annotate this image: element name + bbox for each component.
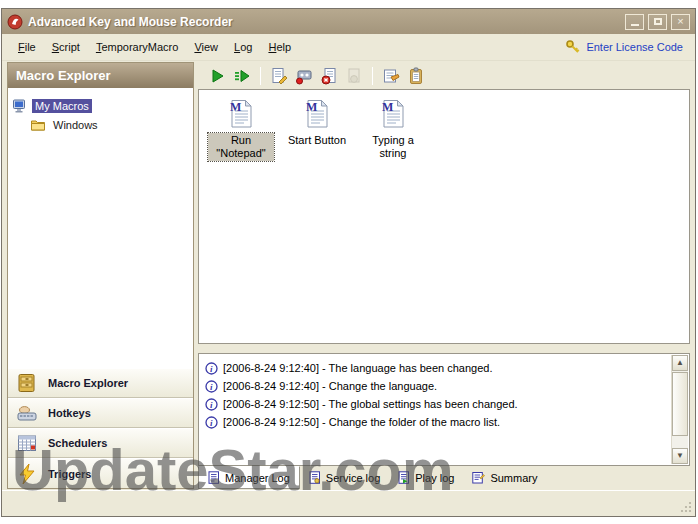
tree-item-my-macros[interactable]: My Macros [12, 96, 189, 115]
maximize-button[interactable] [648, 14, 667, 30]
svg-text:M: M [306, 100, 317, 114]
nav-item-label: Macro Explorer [48, 377, 128, 389]
svg-text:M: M [382, 100, 393, 114]
menu-view[interactable]: View [186, 38, 226, 56]
computer-icon [12, 98, 28, 114]
nav-macro-explorer[interactable]: Macro Explorer [8, 368, 193, 398]
log-entry-text: [2006-8-24 9:12:50] - Change the folder … [223, 416, 500, 428]
minimize-button[interactable] [625, 14, 644, 30]
nav-item-label: Triggers [48, 468, 91, 480]
cabinet-icon [16, 372, 38, 394]
toolbar-separator [372, 67, 373, 85]
log-entry: i [2006-8-24 9:12:50] - The global setti… [205, 395, 665, 413]
tree-item-label: Windows [50, 118, 101, 132]
info-icon: i [205, 416, 218, 429]
macro-item-label: Run "Notepad" [208, 133, 274, 161]
summary-note-icon [472, 471, 485, 484]
scroll-down-icon[interactable]: ▼ [672, 448, 688, 464]
play-icon[interactable] [206, 65, 228, 87]
locked-icon [343, 65, 365, 87]
log-tabbar: Manager Log Service log Play log Summary [198, 466, 690, 489]
tab-label: Manager Log [225, 472, 290, 484]
toolbar [198, 62, 690, 89]
log-doc-icon [309, 471, 321, 484]
scroll-up-icon[interactable]: ▲ [672, 355, 688, 371]
app-icon [7, 14, 23, 30]
info-icon: i [205, 362, 218, 375]
macro-item-start-button[interactable]: M Start Button [279, 98, 355, 148]
nav-item-label: Schedulers [48, 437, 107, 449]
log-entry-text: [2006-8-24 9:12:50] - The global setting… [223, 398, 518, 410]
tab-summary[interactable]: Summary [463, 466, 546, 489]
macro-script-icon: M [377, 98, 409, 130]
macro-list: M Run "Notepad" M Start Button [198, 89, 690, 344]
tab-label: Service log [326, 472, 380, 484]
folder-icon [30, 117, 46, 133]
sidebar-navbar: Macro Explorer Hotkeys [8, 368, 193, 488]
record-icon[interactable] [293, 65, 315, 87]
key-icon [565, 39, 581, 55]
log-doc-icon [208, 471, 220, 484]
lightning-icon [16, 463, 38, 485]
macro-item-label: Start Button [285, 133, 349, 148]
svg-text:M: M [230, 100, 241, 114]
log-entry: i [2006-8-24 9:12:40] - Change the langu… [205, 377, 665, 395]
tab-service-log[interactable]: Service log [300, 466, 389, 489]
tab-play-log[interactable]: Play log [389, 466, 463, 489]
window-title: Advanced Key and Mouse Recorder [28, 15, 233, 29]
toolbar-separator [260, 67, 261, 85]
tree-item-windows[interactable]: Windows [30, 115, 189, 134]
log-entry: i [2006-8-24 9:12:40] - The language has… [205, 359, 665, 377]
tree-item-label: My Macros [32, 99, 92, 113]
sidebar: Macro Explorer My Macros [7, 62, 194, 489]
titlebar[interactable]: Advanced Key and Mouse Recorder × [2, 9, 695, 34]
nav-triggers[interactable]: Triggers [8, 458, 193, 488]
app-window: Advanced Key and Mouse Recorder × File S… [1, 8, 696, 517]
enter-license-label: Enter License Code [586, 41, 683, 53]
nav-schedulers[interactable]: Schedulers [8, 428, 193, 458]
macro-item-label: Typing a string [360, 133, 426, 161]
macro-script-icon: M [301, 98, 333, 130]
tab-label: Play log [415, 472, 454, 484]
macro-script-icon: M [225, 98, 257, 130]
macro-tree: My Macros Windows [8, 88, 193, 368]
macro-item-typing-a-string[interactable]: M Typing a string [355, 98, 431, 161]
menubar: File Script TemporaryMacro View Log Help… [2, 34, 695, 61]
log-doc-icon [398, 471, 410, 484]
info-icon: i [205, 398, 218, 411]
info-icon: i [205, 380, 218, 393]
nav-item-label: Hotkeys [48, 407, 91, 419]
edit-script-icon[interactable] [268, 65, 290, 87]
nav-hotkeys[interactable]: Hotkeys [8, 398, 193, 428]
menu-file[interactable]: File [10, 38, 44, 56]
delete-script-icon[interactable] [318, 65, 340, 87]
menu-help[interactable]: Help [260, 38, 299, 56]
resize-grip[interactable] [679, 500, 693, 514]
sidebar-header: Macro Explorer [8, 63, 193, 88]
clipboard-icon[interactable] [405, 65, 427, 87]
tab-manager-log[interactable]: Manager Log [198, 466, 300, 489]
enter-license-link[interactable]: Enter License Code [565, 39, 687, 55]
keyboard-hand-icon [16, 402, 38, 424]
menu-log[interactable]: Log [226, 38, 260, 56]
macro-item-run-notepad[interactable]: M Run "Notepad" [203, 98, 279, 161]
menu-temporarymacro[interactable]: TemporaryMacro [88, 38, 187, 56]
log-entry-text: [2006-8-24 9:12:40] - Change the languag… [223, 380, 437, 392]
properties-icon[interactable] [380, 65, 402, 87]
statusbar [2, 490, 695, 516]
menu-script[interactable]: Script [44, 38, 88, 56]
close-button[interactable]: × [671, 14, 690, 30]
log-entry-text: [2006-8-24 9:12:40] - The language has b… [223, 362, 493, 374]
tab-label: Summary [490, 472, 537, 484]
play-all-icon[interactable] [231, 65, 253, 87]
log-panel: i [2006-8-24 9:12:40] - The language has… [198, 353, 690, 466]
calendar-icon [16, 432, 38, 454]
scrollbar-thumb[interactable] [672, 372, 688, 436]
log-scrollbar[interactable]: ▲ ▼ [671, 355, 688, 464]
log-entry: i [2006-8-24 9:12:50] - Change the folde… [205, 413, 665, 431]
